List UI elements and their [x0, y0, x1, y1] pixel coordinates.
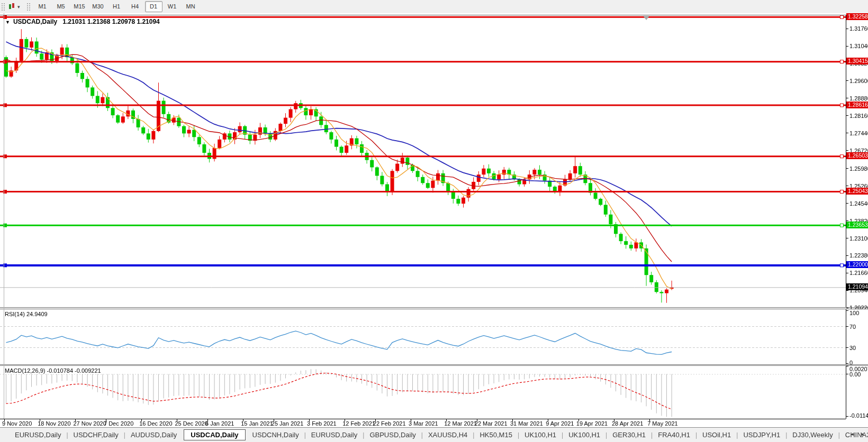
price-tick: [846, 115, 848, 116]
window-edge: [4, 13, 4, 419]
chart-tab-xauusd-h4[interactable]: XAUUSD,H4: [423, 429, 473, 440]
level-price-badge: 1.22000: [846, 261, 868, 268]
date-label: 3 Feb 2021: [307, 420, 337, 427]
date-label: 9 Nov 2020: [2, 420, 32, 427]
chart-tab-fra40-h1[interactable]: FRA40,H1: [653, 429, 695, 440]
chart-tab-uk100-h1[interactable]: UK100,H1: [563, 429, 605, 440]
rsi-canvas[interactable]: [0, 309, 846, 364]
date-label: 22 Feb 2021: [373, 420, 406, 427]
macd-tick-label: 0.00: [849, 371, 861, 377]
level-price-badge: 1.23653: [846, 222, 868, 228]
timeframe-button-h1[interactable]: H1: [108, 1, 125, 12]
macd-axis[interactable]: 0.0020740.00-0.011462: [846, 366, 868, 419]
price-tick-label: 1.31040: [849, 43, 868, 49]
chart-title: ▼USDCAD,Daily1.21031 1.21368 1.20978 1.2…: [5, 18, 160, 25]
chart-tab-eurusd-daily[interactable]: EURUSD,Daily: [306, 429, 363, 440]
price-tick-label: 1.24540: [849, 200, 868, 207]
macd-canvas[interactable]: [0, 366, 846, 419]
chart-tab-usdcad-daily[interactable]: USDCAD,Daily: [184, 429, 245, 440]
chart-tab-usdcnh-daily[interactable]: USDCNH,Daily: [247, 429, 304, 440]
main-chart-canvas[interactable]: [0, 15, 846, 308]
chart-tab-usoil-h1[interactable]: USOil,H1: [697, 429, 736, 440]
price-tick-label: 1.25980: [849, 165, 868, 172]
tabs-scroll-left-button[interactable]: ◂: [849, 431, 855, 437]
timeframe-toolbar: ▾ M1M5M15M30H1H4D1W1MN: [0, 0, 868, 14]
tabs-scroll-right-button[interactable]: ▸: [860, 431, 866, 437]
price-tick: [846, 98, 848, 98]
timeframe-buttons: M1M5M15M30H1H4D1W1MN: [33, 1, 200, 12]
timeframe-button-d1[interactable]: D1: [145, 1, 162, 12]
chart-tab-audusd-daily[interactable]: AUDUSD,Daily: [125, 429, 182, 440]
timeframe-button-h4[interactable]: H4: [126, 1, 144, 12]
price-tick-label: 1.31760: [849, 25, 868, 32]
chart-tab-uk100-h1[interactable]: UK100,H1: [519, 429, 562, 440]
macd-tick: [846, 374, 848, 374]
current-price-badge: 1.21094: [846, 283, 868, 290]
price-tick: [846, 168, 848, 169]
level-price-badge: 1.25043: [846, 188, 868, 195]
date-label: 9 Apr 2021: [546, 420, 574, 427]
macd-pane[interactable]: MACD(12,26,9) -0.010784 -0.009221: [0, 366, 846, 419]
rsi-tick-label: 30: [849, 345, 856, 351]
price-tick-label: 1.21660: [849, 270, 868, 276]
toolbar-separator: [26, 3, 30, 11]
date-label: 22 Mar 2021: [475, 420, 508, 427]
price-tick: [846, 203, 848, 204]
chart-tab-hk50-m15[interactable]: HK50,M15: [474, 429, 517, 440]
date-label: 31 Mar 2021: [510, 420, 543, 427]
rsi-tick: [846, 347, 848, 348]
price-tick: [846, 29, 848, 29]
timeframe-button-m30[interactable]: M30: [89, 1, 107, 12]
rsi-axis[interactable]: 10070300: [846, 309, 868, 364]
macd-tick: [846, 416, 848, 417]
chart-tab-usdjpy-h1[interactable]: USDJPY,H1: [738, 429, 785, 440]
chevron-down-icon[interactable]: ▾: [17, 4, 20, 10]
price-tick: [846, 255, 848, 256]
price-tick: [846, 273, 848, 273]
level-price-badge: 1.28616: [846, 102, 868, 108]
price-tick: [846, 186, 848, 186]
rsi-pane[interactable]: RSI(14) 24.9409: [0, 309, 846, 364]
price-tick: [846, 150, 848, 151]
collapse-icon[interactable]: ▼: [5, 20, 10, 25]
rsi-tick-label: 100: [849, 310, 859, 316]
date-label: 12 Feb 2021: [342, 420, 375, 427]
price-tick-label: 1.22380: [849, 252, 868, 259]
tabs-nav: ◂ ▸: [849, 431, 866, 437]
price-tick: [846, 133, 848, 133]
price-tick-label: 1.23100: [849, 235, 868, 242]
timeframe-button-m1[interactable]: M1: [34, 1, 51, 12]
price-tick-label: 1.28160: [849, 113, 868, 119]
toolbar-grip[interactable]: [1, 3, 5, 11]
chart-tab-usdchf-daily[interactable]: USDCHF,Daily: [68, 429, 124, 440]
chart-symbol-label: USDCAD,Daily: [13, 18, 57, 25]
price-tick: [846, 80, 848, 81]
candlestick-chart-icon[interactable]: [7, 3, 17, 11]
price-tick: [846, 238, 848, 238]
date-label: 27 Nov 2020: [73, 420, 106, 427]
date-axis[interactable]: 9 Nov 202018 Nov 202027 Nov 20207 Dec 20…: [0, 419, 846, 428]
timeframe-button-m5[interactable]: M5: [52, 1, 70, 12]
rsi-tick-label: 70: [849, 324, 856, 330]
rsi-tick: [846, 363, 848, 364]
rsi-label: RSI(14) 24.9409: [5, 311, 48, 317]
price-axis[interactable]: 1.317601.310401.303201.296001.288801.281…: [846, 15, 868, 307]
date-label: 18 Nov 2020: [38, 420, 70, 427]
timeframe-button-m15[interactable]: M15: [71, 1, 88, 12]
chart-tab-dj30-weekly[interactable]: DJ30,Weekly: [787, 429, 838, 440]
macd-tick-label: -0.011462: [849, 412, 868, 419]
price-tick: [846, 290, 848, 291]
main-chart-pane[interactable]: ▼USDCAD,Daily1.21031 1.21368 1.20978 1.2…: [0, 15, 846, 308]
macd-label: MACD(12,26,9) -0.010784 -0.009221: [5, 367, 101, 374]
rsi-tick: [846, 310, 848, 311]
timeframe-button-mn[interactable]: MN: [182, 1, 200, 12]
rsi-tick-label: 0: [849, 360, 853, 366]
date-label: 7 Dec 2020: [104, 420, 133, 427]
price-tick-label: 1.27440: [849, 130, 868, 136]
price-tick-label: 1.28880: [849, 95, 868, 102]
timeframe-button-w1[interactable]: W1: [164, 1, 181, 12]
chart-tab-gbpusd-daily[interactable]: GBPUSD,Daily: [364, 429, 421, 440]
chart-tab-ger30-h1[interactable]: GER30,H1: [607, 429, 651, 440]
date-label: 16 Dec 2020: [139, 420, 172, 427]
chart-tab-eurusd-daily[interactable]: EURUSD,Daily: [10, 429, 66, 440]
